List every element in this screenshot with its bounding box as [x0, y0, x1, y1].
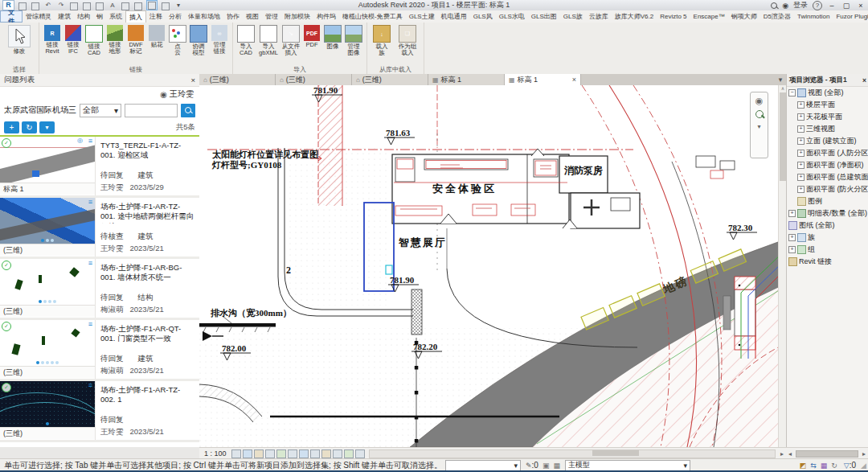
- default-3d-view-icon[interactable]: [121, 2, 130, 10]
- expand-icon[interactable]: +: [797, 125, 805, 133]
- switch-windows-icon[interactable]: [161, 2, 170, 10]
- tree-item-sheets[interactable]: 图纸 (全部): [787, 220, 868, 232]
- ribbon-tab[interactable]: 附加模块: [281, 10, 313, 23]
- tab-file[interactable]: 文件: [0, 10, 23, 23]
- shadows-icon[interactable]: [265, 449, 275, 458]
- account-icon[interactable]: ◉: [782, 2, 788, 10]
- manage-links-button[interactable]: ∞管理 链接: [209, 23, 230, 55]
- show-crop-icon[interactable]: [288, 449, 297, 458]
- link-topography-button[interactable]: 链接 地形: [104, 23, 125, 55]
- expand-icon[interactable]: +: [797, 162, 805, 169]
- ribbon-tab[interactable]: 管理: [262, 10, 281, 23]
- ribbon-tab[interactable]: Revizto 5: [657, 10, 690, 23]
- active-workset-select[interactable]: 主模型▾: [565, 460, 690, 471]
- issue-card[interactable]: ✓ ◎ ≡ 标高 1 TYT3_TERZL-F1-A-TZ-001. 迎检区域 …: [0, 137, 199, 198]
- ribbon-tab[interactable]: Fuzor Plugin: [833, 10, 868, 23]
- link-status-icon[interactable]: ▦: [553, 462, 560, 470]
- resize-grip[interactable]: ◢: [861, 462, 866, 470]
- ribbon-tab[interactable]: GLS风: [470, 10, 496, 23]
- displacement-icon[interactable]: [344, 449, 354, 458]
- menu-icon[interactable]: ≡: [88, 260, 92, 267]
- minimize-button[interactable]: –: [827, 2, 837, 10]
- ribbon-tab[interactable]: 云族库: [586, 10, 612, 23]
- view-tab-3d[interactable]: ⌂(三维): [352, 74, 428, 85]
- pencil-icon[interactable]: ✎: [526, 462, 532, 470]
- close-button[interactable]: ×: [856, 2, 866, 10]
- tree-item-families[interactable]: +族: [787, 232, 868, 244]
- issue-card[interactable]: ✓ ≡ (三维) 场布-土护降-F1-AR-QT-001. 门窗类型不一致 待回…: [0, 320, 199, 381]
- ribbon-tab[interactable]: 体量和场地: [185, 10, 223, 23]
- navbar-options-icon[interactable]: ▾: [757, 123, 760, 130]
- expand-icon[interactable]: +: [797, 174, 805, 181]
- view-tab-level1[interactable]: ▦标高 1: [428, 74, 505, 85]
- tree-item-area-plan-net[interactable]: +面积平面 (净面积): [787, 159, 868, 171]
- press-drag-icon[interactable]: ▦: [821, 462, 828, 470]
- issue-panel-close-icon[interactable]: ×: [190, 76, 195, 84]
- import-image-button[interactable]: 图像: [322, 23, 343, 50]
- ribbon-tab[interactable]: 结构: [74, 10, 93, 23]
- issue-thumbnail[interactable]: ✓ ≡: [0, 320, 95, 367]
- scroll-left-icon[interactable]: ◂: [786, 450, 794, 458]
- signin-button[interactable]: 登录: [793, 0, 808, 10]
- drawing-canvas[interactable]: 地磅 太阳能灯杆位置详见布置图 灯杆型号;GY0108 排水沟（宽300mm） …: [199, 85, 778, 447]
- tree-item-floor-plans[interactable]: +楼层平面: [787, 99, 868, 111]
- expand-icon[interactable]: +: [797, 113, 805, 121]
- revit-logo-icon[interactable]: R: [2, 0, 14, 10]
- qat-customize-icon[interactable]: ▾: [174, 2, 183, 10]
- issue-thumbnail[interactable]: ✓ ◎ ≡: [0, 137, 95, 183]
- redo-icon[interactable]: ↷: [56, 2, 66, 10]
- sun-path-icon[interactable]: [254, 449, 264, 458]
- issue-thumbnail[interactable]: ≡: [0, 198, 95, 244]
- worksets-dialog-icon[interactable]: ▣: [542, 462, 550, 470]
- ribbon-tab[interactable]: GLS族: [560, 10, 586, 23]
- scroll-right-icon[interactable]: ▸: [778, 450, 786, 458]
- expand-icon[interactable]: +: [797, 150, 805, 157]
- detail-level-icon[interactable]: [231, 449, 241, 458]
- navigation-bar[interactable]: ◉ ▾: [750, 92, 768, 158]
- zoom-icon[interactable]: [755, 110, 764, 118]
- tree-item-area-plan-civil[interactable]: +面积平面 (人防分区面积): [787, 147, 868, 159]
- add-issue-button[interactable]: +: [4, 121, 19, 133]
- view-tab-overflow-icon[interactable]: ▾: [775, 74, 786, 85]
- ribbon-tab[interactable]: 视图: [243, 10, 262, 23]
- help-icon[interactable]: ?: [813, 1, 822, 10]
- ribbon-tab[interactable]: 建筑: [55, 10, 74, 23]
- point-cloud-button[interactable]: 点 云: [167, 23, 188, 57]
- import-pdf-button[interactable]: PDFPDF: [301, 23, 322, 48]
- scroll-thumb[interactable]: [592, 450, 639, 456]
- text-icon[interactable]: A: [108, 2, 117, 10]
- link-cad-button[interactable]: CAD链接 CAD: [84, 23, 104, 57]
- modify-button[interactable]: 修改: [2, 23, 36, 55]
- tree-item-ceiling-plans[interactable]: +天花板平面: [787, 111, 868, 123]
- ribbon-tab[interactable]: 钢项大师: [728, 10, 760, 23]
- issue-card[interactable]: ✓ ≡ (三维) 场布-土护降-F1-AR-TZ-002. 1 待回复 王玲雯2…: [0, 381, 199, 442]
- collapse-icon[interactable]: −: [788, 89, 796, 96]
- issue-search-button[interactable]: [181, 104, 195, 117]
- expand-icon[interactable]: +: [788, 210, 796, 217]
- ribbon-tab[interactable]: 构件坞: [313, 10, 339, 23]
- ribbon-tab[interactable]: Twinmotion: [794, 10, 833, 23]
- open-icon[interactable]: [18, 2, 27, 10]
- issue-thumbnail[interactable]: ✓ ≡: [0, 259, 95, 306]
- tree-item-area-plan-gross[interactable]: +面积平面 (总建筑面积): [787, 171, 868, 183]
- menu-icon[interactable]: ≡: [88, 137, 92, 145]
- save-icon[interactable]: [31, 2, 40, 10]
- tree-item-3d-views[interactable]: +三维视图: [787, 123, 868, 135]
- dwf-markup-button[interactable]: DWF 标记: [125, 23, 146, 55]
- scroll-thumb[interactable]: [780, 92, 786, 181]
- ribbon-tab[interactable]: Enscape™: [690, 10, 728, 23]
- ribbon-tab[interactable]: 分析: [166, 10, 185, 23]
- visual-style-icon[interactable]: [243, 449, 252, 458]
- insert-from-file-button[interactable]: ↘从文件 插入: [280, 23, 301, 57]
- thin-lines-icon[interactable]: [146, 0, 158, 10]
- ribbon-tab[interactable]: GLS出图: [528, 10, 560, 23]
- close-view-icon[interactable]: ×: [572, 76, 576, 84]
- expand-icon[interactable]: +: [788, 234, 796, 241]
- ribbon-tab[interactable]: 橄榄山快模-免费工具: [339, 10, 406, 23]
- filter-issues-button[interactable]: ▼: [39, 121, 55, 133]
- ribbon-tab[interactable]: GLS土建: [406, 10, 438, 23]
- expand-icon[interactable]: +: [797, 137, 805, 145]
- issue-card[interactable]: ≡ (三维) 场布-土护降-F1-AR-TZ-001. 途中地磅两侧栏杆需向外扩…: [0, 198, 199, 259]
- editable-only-icon[interactable]: ◩: [800, 462, 807, 470]
- ribbon-tab[interactable]: 注释: [146, 10, 166, 23]
